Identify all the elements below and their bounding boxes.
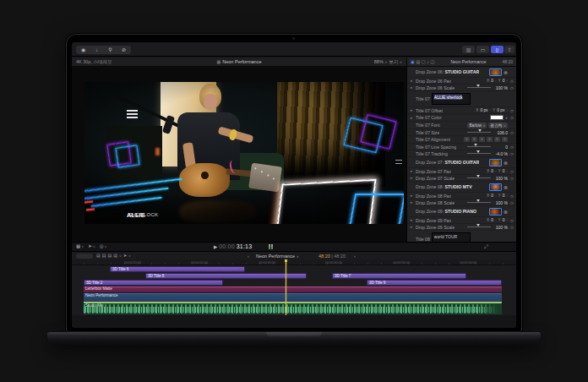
timeline-clip[interactable]: Neon Performance xyxy=(84,293,502,302)
timeline-clip[interactable]: Studio Mix xyxy=(84,303,502,314)
slider-value[interactable]: 100 % xyxy=(493,85,508,90)
play-button[interactable]: ▶ xyxy=(214,244,217,249)
viewer-view-menu[interactable]: 보기 xyxy=(389,59,398,64)
slider[interactable] xyxy=(467,146,491,147)
keyframe-button[interactable]: ◇ xyxy=(509,176,514,181)
keyframe-button[interactable]: ◇ xyxy=(509,200,514,205)
dropzone-thumbnail[interactable] xyxy=(489,208,502,216)
timeline-index-pill[interactable] xyxy=(76,254,93,259)
generator-tab[interactable]: ▢ xyxy=(422,59,426,64)
info-tab[interactable]: ⓘ xyxy=(430,59,434,64)
slider-value[interactable]: 106.0 xyxy=(493,130,508,135)
slider[interactable] xyxy=(467,202,491,203)
timeline-clip[interactable]: 3D Title 2 xyxy=(84,280,223,286)
x-value-field[interactable]: 0 xyxy=(491,218,493,222)
disclosure-icon[interactable]: ▸ xyxy=(411,85,414,90)
slider-value[interactable]: 100 % xyxy=(493,200,508,205)
keyframe-button[interactable]: ◇ xyxy=(509,130,514,135)
keyframe-button[interactable]: ◇ xyxy=(509,79,514,84)
timeline-clip[interactable]: 3D Title 7 xyxy=(332,273,466,279)
pointer-tool-menu[interactable]: ➤ xyxy=(123,254,127,258)
y-value-field[interactable]: 0 xyxy=(503,79,505,83)
slider-value[interactable]: 0 xyxy=(493,145,508,150)
viewer-zoom-menu[interactable]: 88% xyxy=(374,59,384,64)
timeline-clip[interactable]: 3D Title 9 xyxy=(367,280,502,286)
import-button[interactable]: ↓ xyxy=(90,46,103,53)
tool-select-menu[interactable]: ➤∨ xyxy=(88,244,95,249)
timeline-toggle[interactable]: ▭ xyxy=(476,46,489,53)
y-value-field[interactable]: 0 xyxy=(503,218,505,222)
align-button[interactable]: ≡ xyxy=(487,137,493,142)
disclosure-icon[interactable]: ▸ xyxy=(411,176,414,180)
dropzone-thumbnail[interactable] xyxy=(489,68,502,76)
clear-dropzone-button[interactable]: ⊗ xyxy=(504,184,508,190)
slider[interactable] xyxy=(467,177,491,178)
text-input[interactable]: ALLIE sherlock xyxy=(432,93,471,105)
slider[interactable] xyxy=(467,87,491,88)
keyframe-button[interactable]: ◇ xyxy=(509,225,514,230)
y-value-field[interactable]: 0 xyxy=(503,194,505,198)
video-tab[interactable]: ▣ xyxy=(411,59,415,64)
y-value-field[interactable]: 0 xyxy=(503,169,505,173)
disclosure-icon[interactable]: ▸ xyxy=(411,169,414,173)
timeline-clip[interactable]: 3D Title 8 xyxy=(145,273,307,279)
motion-tab[interactable]: ▤ xyxy=(416,59,420,64)
keyword-button[interactable]: ⚲ xyxy=(104,46,117,53)
slider[interactable] xyxy=(467,132,491,133)
append-edit-button[interactable]: ▤ xyxy=(107,254,112,258)
color-swatch[interactable] xyxy=(490,115,504,120)
overwrite-edit-button[interactable]: ▤ xyxy=(113,254,117,258)
dropzone-thumbnail[interactable] xyxy=(489,159,502,166)
background-tasks-button[interactable]: ⊘ xyxy=(117,46,130,53)
font-weight-dropdown[interactable]: 중간체 ∨ xyxy=(488,123,508,128)
keyframe-button[interactable]: ◇ xyxy=(509,115,514,120)
clear-dropzone-button[interactable]: ⊗ xyxy=(504,69,508,75)
inspector-toggle[interactable]: ▯ xyxy=(491,46,504,53)
font-family-dropdown[interactable]: Barlow ∨ xyxy=(467,123,487,128)
disclosure-icon[interactable]: ▸ xyxy=(411,116,414,120)
x-value-field[interactable]: 0 xyxy=(491,169,493,173)
expand-icon[interactable]: ⤢ xyxy=(484,244,488,250)
x-value-field[interactable]: 0 px xyxy=(480,108,487,112)
audio-meters[interactable] xyxy=(269,244,273,249)
slider-value[interactable]: 100 % xyxy=(493,176,508,181)
text-input[interactable]: world TOUR xyxy=(432,232,471,242)
slider-value[interactable]: 100 % xyxy=(493,225,508,230)
keyframe-button[interactable]: ◇ xyxy=(509,194,514,199)
x-value-field[interactable]: 0 xyxy=(491,194,493,198)
timeline-ruler[interactable]: 00:00:10:0000:00:20:0000:00:30:0000:00:4… xyxy=(72,259,516,265)
keyframe-button[interactable]: ◇ xyxy=(509,218,514,223)
browser-toggle[interactable]: ▥ xyxy=(462,46,475,53)
disclosure-icon[interactable]: ▸ xyxy=(411,200,414,205)
align-button[interactable]: ≡ xyxy=(494,137,500,142)
playhead[interactable] xyxy=(286,259,286,315)
record-button[interactable]: ◉ xyxy=(77,46,90,53)
timeline-index-button[interactable]: ▦∨ xyxy=(76,244,84,249)
timeline-project-menu[interactable]: Neon Performance ∨ xyxy=(256,254,299,259)
align-button[interactable]: ≡ xyxy=(471,137,477,142)
keyframe-button[interactable]: ◇ xyxy=(509,85,514,90)
clear-dropzone-button[interactable]: ⊗ xyxy=(504,209,508,215)
timeline-clip[interactable]: 3D Title 6 xyxy=(110,266,245,272)
prev-project-button[interactable]: ‹ xyxy=(248,254,249,259)
slider-value[interactable]: -4.0 % xyxy=(493,151,508,156)
clip-options-menu[interactable]: ◎∨ xyxy=(100,244,107,249)
disclosure-icon[interactable]: ▸ xyxy=(411,218,414,222)
disclosure-icon[interactable]: ▸ xyxy=(411,194,414,198)
y-value-field[interactable]: 0 px xyxy=(497,108,504,112)
align-button[interactable]: ≡ xyxy=(464,137,470,142)
x-value-field[interactable]: 0 xyxy=(491,79,493,83)
slider[interactable] xyxy=(467,226,491,227)
keyframe-button[interactable]: ◇ xyxy=(509,151,514,156)
align-button[interactable]: ≡ xyxy=(502,137,508,142)
disclosure-icon[interactable]: ▸ xyxy=(411,108,414,112)
connect-edit-button[interactable]: ▤ xyxy=(96,254,101,258)
dropzone-thumbnail[interactable] xyxy=(489,183,502,191)
slider[interactable] xyxy=(467,153,491,154)
timeline-clip[interactable]: Letterbox Matte xyxy=(84,286,502,292)
share-button[interactable]: ⇧ xyxy=(504,46,514,53)
align-button[interactable]: ≡ xyxy=(479,137,485,142)
keyframe-button[interactable]: ◇ xyxy=(509,169,514,174)
insert-edit-button[interactable]: ▤ xyxy=(102,254,106,258)
disclosure-icon[interactable]: ▸ xyxy=(411,79,414,83)
